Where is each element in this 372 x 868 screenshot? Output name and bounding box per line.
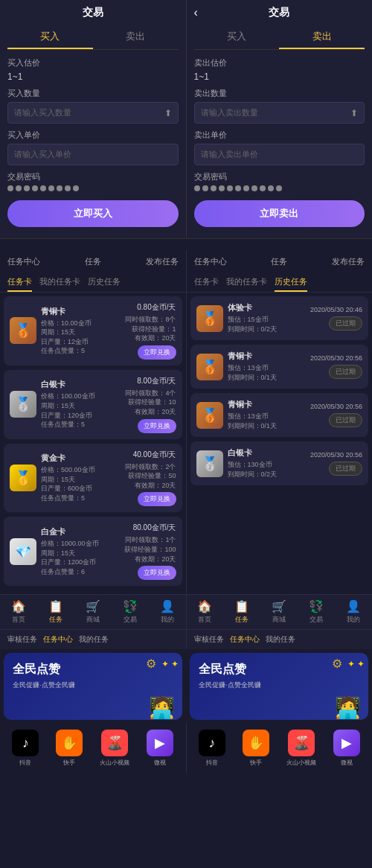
buy-panel-title: 交易 <box>83 6 103 19</box>
buy-pwd-label: 交易密码 <box>7 171 179 182</box>
tab-history-task[interactable]: 历史任务 <box>88 273 121 292</box>
nav-me-left[interactable]: 👤 我的 <box>149 595 186 629</box>
sell-password-row <box>194 185 365 191</box>
weishi-label-left: 微视 <box>154 759 166 767</box>
card-right-gold: 40.00金币/天 同时领取数：2个获得经验量：50有效期：20天 立即兑换 <box>125 450 176 507</box>
audit-item-right-3[interactable]: 我的任务 <box>266 634 295 645</box>
task-left-tabs: 任务卡 我的任务卡 历史任务 <box>0 273 186 293</box>
list-item: 🥉 青铜卡 价格：10.00金币周期：15天日产量：12金币任务点赞量：5 0.… <box>4 296 182 366</box>
audit-item-left-2[interactable]: 任务中心 <box>43 634 73 645</box>
history-info-bronze1: 青铜卡 预估：13金币到期时间：0/1天 <box>228 351 306 383</box>
redeem-btn-gold[interactable]: 立即兑换 <box>138 492 176 506</box>
app-item-kuaishou-right[interactable]: ✋ 快手 <box>243 730 269 767</box>
sell-panel-title: 交易 <box>269 6 289 19</box>
huoshan-icon-right: 🌋 <box>288 730 315 756</box>
sell-panel-header: ‹ 交易 <box>194 0 365 25</box>
history-name-exp: 体验卡 <box>228 302 306 313</box>
bronze-history-icon-1: 🥉 <box>196 354 223 380</box>
publish-label-right[interactable]: 发布任务 <box>332 256 365 267</box>
card-info-platinum: 白金卡 价格：1000.00金币周期：15天日产量：1200金币任务点赞量：6 <box>41 526 120 576</box>
buy-tabs: 买入 卖出 <box>7 25 179 50</box>
buy-qty-label: 买入数量 <box>7 88 179 99</box>
history-date-bronze2: 2020/05/30 20:56 <box>310 403 362 410</box>
task-right-header: 任务中心 任务 发布任务 <box>187 250 373 273</box>
nav-home-right[interactable]: 🏠 首页 <box>187 595 224 629</box>
card-name-gold: 黄金卡 <box>41 453 121 464</box>
nav-trade-right[interactable]: 💱 交易 <box>298 595 335 629</box>
publish-label-left[interactable]: 发布任务 <box>146 256 179 267</box>
apps-section: ♪ 抖音 ✋ 快手 🌋 火山小视频 ▶ 微视 ♪ 抖音 ✋ 快手 🌋 火山小视频 <box>0 724 372 773</box>
promo-banner-right[interactable]: 全民点赞 全民促赚·点赞全民赚 ⚙ 🧑‍💻 ✦ ✦ <box>190 653 368 720</box>
history-date-exp: 2020/05/30 20:46 <box>310 306 362 313</box>
card-detail-platinum: 价格：1000.00金币周期：15天日产量：1200金币任务点赞量：6 <box>41 539 120 576</box>
nav-trade-left[interactable]: 💱 交易 <box>112 595 149 629</box>
task-left-header: 任务中心 任务 发布任务 <box>0 250 186 273</box>
buy-unit-input[interactable]: 请输入买入单价 <box>7 144 179 165</box>
promo-subtitle-right: 全民促赚·点赞全民赚 <box>199 680 359 690</box>
audit-item-left-1[interactable]: 审核任务 <box>7 634 37 645</box>
history-date-silver: 2020/05/30 20:56 <box>310 451 362 459</box>
app-item-weishi-left[interactable]: ▶ 微视 <box>147 730 173 767</box>
audit-item-right-1[interactable]: 审核任务 <box>194 634 224 645</box>
sell-qty-input[interactable]: 请输入卖出数量 ⬆ <box>194 102 365 124</box>
buy-unit-placeholder: 请输入买入单价 <box>14 149 71 160</box>
tab-sell-inactive[interactable]: 卖出 <box>93 25 179 49</box>
expired-badge-silver: 已过期 <box>329 462 362 476</box>
tab-task-card-right[interactable]: 任务卡 <box>194 273 219 292</box>
tab-sell-active[interactable]: 卖出 <box>279 25 365 49</box>
sell-qty-arrow-icon: ⬆ <box>350 108 358 118</box>
nav-me-right[interactable]: 👤 我的 <box>335 595 372 629</box>
redeem-btn-silver[interactable]: 立即兑换 <box>138 419 176 433</box>
tab-my-task-card[interactable]: 我的任务卡 <box>39 273 80 292</box>
nav-task-right[interactable]: 📋 任务 <box>223 595 260 629</box>
tab-my-task-card-right[interactable]: 我的任务卡 <box>226 273 267 292</box>
list-item: 🥈 白银卡 价格：100.00金币周期：15天日产量：120金币任务点赞量：5 … <box>4 370 182 439</box>
shop-label-right: 商城 <box>272 615 286 625</box>
nav-home-left[interactable]: 🏠 首页 <box>0 595 37 629</box>
buy-price-value: 1~1 <box>7 71 179 82</box>
history-right-silver: 2020/05/30 20:56 已过期 <box>310 451 362 476</box>
silver-icon: 🥈 <box>10 391 36 418</box>
app-item-huoshan-right[interactable]: 🌋 火山小视频 <box>286 730 316 767</box>
sell-button[interactable]: 立即卖出 <box>194 200 365 227</box>
audit-left: 审核任务 任务中心 我的任务 <box>0 630 187 649</box>
tab-buy-inactive[interactable]: 买入 <box>194 25 280 49</box>
buy-qty-input[interactable]: 请输入买入数量 ⬆ <box>7 102 179 124</box>
nav-half-right: 🏠 首页 📋 任务 🛒 商城 💱 交易 👤 我的 <box>187 595 373 629</box>
back-arrow-icon[interactable]: ‹ <box>194 6 198 19</box>
tab-history-task-right[interactable]: 历史任务 <box>275 273 307 292</box>
trade-icon-left: 💱 <box>123 599 138 613</box>
app-item-tiktok-right[interactable]: ♪ 抖音 <box>199 730 225 767</box>
silver-history-icon: 🥈 <box>196 450 223 477</box>
task-cards-panel: 任务中心 任务 发布任务 任务卡 我的任务卡 历史任务 🥉 青铜卡 价格：10.… <box>0 250 187 594</box>
app-item-tiktok-left[interactable]: ♪ 抖音 <box>12 730 39 767</box>
tab-task-card[interactable]: 任务卡 <box>7 273 32 292</box>
task-right-tabs: 任务卡 我的任务卡 历史任务 <box>187 273 373 293</box>
huoshan-label-right: 火山小视频 <box>286 759 316 767</box>
history-right-bronze1: 2020/05/30 20:56 已过期 <box>310 354 362 379</box>
sell-unit-input[interactable]: 请输入卖出单价 <box>194 144 365 165</box>
promo-banner-left[interactable]: 全民点赞 全民促赚·点赞全民赚 ⚙ 🧑‍💻 ✦ ✦ <box>4 653 182 720</box>
history-info-bronze2: 青铜卡 预估：13金币到期时间：0/1天 <box>228 399 306 431</box>
card-info-silver: 白银卡 价格：100.00金币周期：15天日产量：120金币任务点赞量：5 <box>41 379 121 429</box>
tiktok-label-left: 抖音 <box>19 759 31 767</box>
app-item-huoshan-left[interactable]: 🌋 火山小视频 <box>100 730 129 767</box>
redeem-btn-bronze[interactable]: 立即兑换 <box>138 345 176 360</box>
nav-shop-left[interactable]: 🛒 商城 <box>74 595 112 629</box>
audit-item-right-2[interactable]: 任务中心 <box>230 634 260 645</box>
audit-item-left-3[interactable]: 我的任务 <box>79 634 109 645</box>
history-detail-bronze2: 预估：13金币到期时间：0/1天 <box>228 412 306 431</box>
nav-shop-right[interactable]: 🛒 商城 <box>260 595 298 629</box>
tab-buy[interactable]: 买入 <box>7 25 93 49</box>
audit-section: 审核任务 任务中心 我的任务 审核任务 任务中心 我的任务 <box>0 629 372 649</box>
card-rate-gold: 40.00金币/天 <box>133 450 176 460</box>
history-name-bronze2: 青铜卡 <box>228 399 306 410</box>
history-info-silver: 白银卡 预估：130金币到期时间：0/2天 <box>228 447 306 479</box>
app-item-weishi-right[interactable]: ▶ 微视 <box>333 730 360 767</box>
kuaishou-label-right: 快手 <box>250 759 262 767</box>
buy-button[interactable]: 立即买入 <box>7 200 179 227</box>
nav-task-left[interactable]: 📋 任务 <box>37 595 74 629</box>
platinum-icon: 💎 <box>10 538 36 565</box>
app-item-kuaishou-left[interactable]: ✋ 快手 <box>56 730 83 767</box>
redeem-btn-platinum[interactable]: 立即兑换 <box>138 566 176 580</box>
